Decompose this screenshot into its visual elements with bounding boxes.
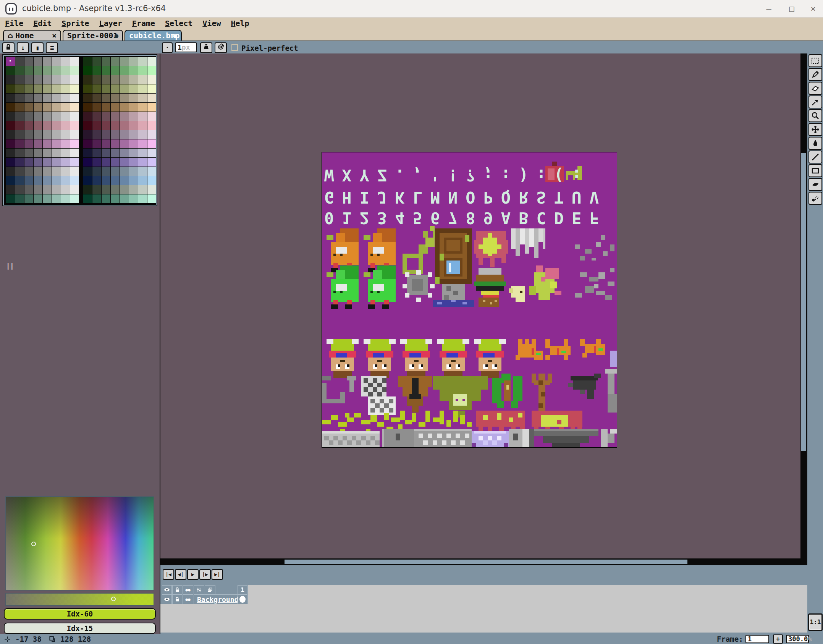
palette-swatch[interactable] <box>34 130 42 139</box>
palette-swatch[interactable] <box>120 103 129 112</box>
background-color-button[interactable]: Idx-15 <box>4 623 156 634</box>
palette-swatch[interactable] <box>147 139 156 148</box>
palette-swatch[interactable] <box>34 103 42 112</box>
palette-swatch[interactable] <box>83 167 92 176</box>
palette-swatch[interactable] <box>43 185 52 194</box>
palette-swatch[interactable] <box>6 66 15 75</box>
palette-swatch[interactable] <box>83 139 92 148</box>
palette-swatch[interactable] <box>147 121 156 130</box>
palette-swatch[interactable] <box>61 57 70 66</box>
palette-swatch[interactable] <box>111 158 120 167</box>
palette-swatch[interactable] <box>138 112 147 121</box>
frames-area[interactable] <box>248 585 807 594</box>
header-onion-icon[interactable]: ●● <box>183 585 193 594</box>
palette-swatch[interactable] <box>138 121 147 130</box>
palette-swatch[interactable] <box>52 103 61 112</box>
next-frame-button[interactable]: |▶ <box>199 569 211 580</box>
last-frame-button[interactable]: ▶| <box>212 569 223 580</box>
palette-swatch[interactable] <box>24 121 33 130</box>
palette-swatch[interactable] <box>15 130 24 139</box>
palette-swatch[interactable] <box>102 194 110 203</box>
palette-swatch[interactable] <box>43 103 52 112</box>
pixel-perfect-checkbox[interactable] <box>231 44 238 51</box>
palette-swatch[interactable] <box>70 94 79 102</box>
palette-swatch[interactable] <box>15 139 24 148</box>
palette-swatch[interactable] <box>120 167 129 176</box>
palette-swatch[interactable] <box>52 94 61 102</box>
palette-swatch[interactable] <box>102 94 110 102</box>
palette-swatch[interactable] <box>6 176 15 185</box>
palette-swatch[interactable] <box>111 185 120 194</box>
palette-swatch[interactable] <box>129 130 138 139</box>
palette-swatch[interactable] <box>129 185 138 194</box>
palette-swatch[interactable] <box>120 84 129 93</box>
palette-swatch[interactable] <box>15 176 24 185</box>
palette-swatch[interactable] <box>24 176 33 185</box>
palette-swatch[interactable] <box>92 176 101 185</box>
palette-swatch[interactable] <box>138 194 147 203</box>
eraser-tool[interactable] <box>808 82 822 95</box>
palette-swatch[interactable] <box>92 149 101 157</box>
layer-lock-icon[interactable] <box>172 594 182 604</box>
palette-swatch[interactable] <box>102 75 110 84</box>
palette-swatch[interactable] <box>24 103 33 112</box>
spray-tool[interactable] <box>808 192 822 205</box>
zoom-tool[interactable] <box>808 109 822 122</box>
palette-swatch[interactable] <box>61 167 70 176</box>
palette-swatch[interactable] <box>34 149 42 157</box>
editor-workspace[interactable]: WXYZ.,'!?;:):(: GHIJKLMNOPQRSTUV 0123456… <box>160 53 800 558</box>
palette-swatch[interactable] <box>138 139 147 148</box>
palette-swatch[interactable] <box>24 75 33 84</box>
palette-swatch[interactable] <box>102 176 110 185</box>
palette-swatch[interactable] <box>138 94 147 102</box>
foreground-color-button[interactable]: Idx-60 <box>4 608 156 620</box>
palette-swatch[interactable] <box>138 75 147 84</box>
palette-swatch[interactable] <box>129 75 138 84</box>
palette-swatch[interactable] <box>15 94 24 102</box>
sprite-canvas[interactable]: WXYZ.,'!?;:):(: GHIJKLMNOPQRSTUV 0123456… <box>322 152 617 447</box>
palette-swatch[interactable] <box>138 158 147 167</box>
palette-swatch[interactable] <box>24 194 33 203</box>
brush-size-input[interactable]: 1px <box>175 42 197 52</box>
palette-swatch[interactable] <box>43 94 52 102</box>
palette-swatch[interactable] <box>15 103 24 112</box>
palette-swatch[interactable] <box>6 84 15 93</box>
palette-swatch[interactable] <box>70 130 79 139</box>
palette-swatch[interactable] <box>92 194 101 203</box>
frame-input[interactable]: 1 <box>745 635 769 643</box>
palette-resize-handle[interactable]: || <box>6 262 14 270</box>
palette-swatch[interactable] <box>70 103 79 112</box>
palette-swatch[interactable] <box>147 84 156 93</box>
palette-swatch[interactable] <box>6 149 15 157</box>
palette-swatch[interactable] <box>61 84 70 93</box>
palette-swatch[interactable] <box>92 167 101 176</box>
vertical-scrollbar-thumb[interactable] <box>801 153 806 451</box>
palette-swatch[interactable] <box>61 130 70 139</box>
palette-swatch[interactable] <box>6 94 15 102</box>
palette-swatch[interactable] <box>102 66 110 75</box>
palette-swatch[interactable] <box>120 158 129 167</box>
palette-swatch[interactable] <box>24 185 33 194</box>
palette-swatch[interactable] <box>34 84 42 93</box>
palette-swatch[interactable] <box>138 130 147 139</box>
palette-swatch[interactable] <box>24 149 33 157</box>
palette-swatch[interactable] <box>147 149 156 157</box>
palette-swatch[interactable] <box>15 84 24 93</box>
palette-swatch[interactable] <box>43 75 52 84</box>
palette-swatch[interactable] <box>92 121 101 130</box>
palette-swatch[interactable] <box>102 103 110 112</box>
palette-swatch[interactable] <box>120 139 129 148</box>
palette-swatch[interactable] <box>70 75 79 84</box>
palette-swatch[interactable] <box>102 112 110 121</box>
palette-swatch[interactable] <box>83 94 92 102</box>
minimize-button[interactable]: – <box>758 0 780 17</box>
menu-item-frame[interactable]: Frame <box>127 18 160 29</box>
palette-swatch[interactable] <box>92 94 101 102</box>
alpha-slider-marker[interactable] <box>111 597 116 601</box>
palette-swatch[interactable] <box>83 158 92 167</box>
palette-swatch[interactable] <box>61 94 70 102</box>
play-button[interactable]: ▶ <box>187 569 199 580</box>
dynamics-button[interactable] <box>215 42 227 53</box>
palette-swatch[interactable] <box>120 194 129 203</box>
palette-swatch[interactable] <box>52 75 61 84</box>
